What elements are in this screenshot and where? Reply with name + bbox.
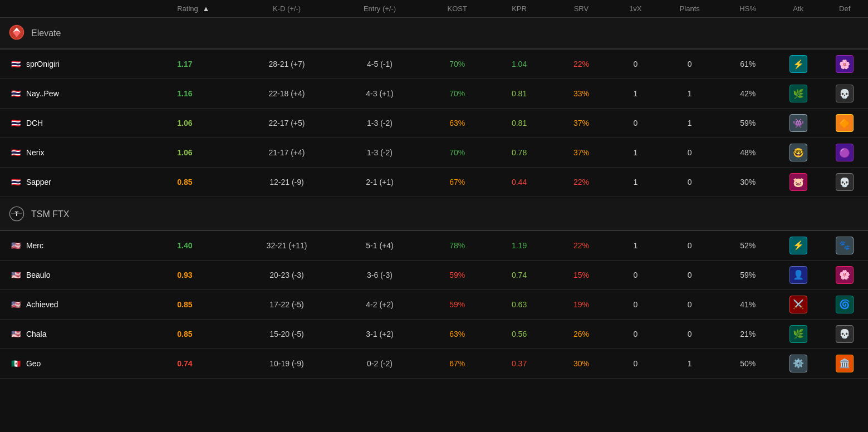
player-name-cell: 🇺🇸 Beaulo — [0, 260, 170, 289]
player-name[interactable]: Nerix — [26, 148, 45, 157]
player-1vx: 1 — [612, 138, 659, 168]
player-hs: 21% — [720, 319, 774, 348]
player-kpr: 1.04 — [488, 50, 550, 79]
col-header-srv: SRV — [550, 0, 612, 18]
table-row[interactable]: 🇺🇸 Achieved 0.85 17-22 (-5) 4-2 (+2) 59%… — [0, 289, 868, 319]
table-row[interactable]: 🇹🇭 DCH 1.06 22-17 (+5) 1-3 (-2) 63% 0.81… — [0, 109, 868, 138]
player-entry: 4-3 (+1) — [334, 79, 426, 109]
player-rating: 0.85 — [170, 289, 240, 319]
player-name-cell: 🇺🇸 Merc — [0, 231, 170, 261]
table-row[interactable]: 🇹🇭 Nerix 1.06 21-17 (+4) 1-3 (-2) 70% 0.… — [0, 138, 868, 168]
player-flag: 🇹🇭 — [11, 119, 21, 127]
player-plants: 1 — [659, 79, 720, 109]
player-rating: 1.16 — [170, 79, 240, 109]
team-name: TSM FTX — [31, 209, 69, 219]
def-agent-icon: 🟣 — [836, 144, 854, 161]
player-kost: 59% — [426, 289, 488, 319]
player-kost: 78% — [426, 231, 488, 261]
player-srv: 19% — [550, 289, 612, 319]
player-atk-agent: ⚡ — [775, 50, 822, 79]
player-plants: 0 — [659, 50, 720, 79]
player-kost: 67% — [426, 168, 488, 197]
player-hs: 42% — [720, 79, 774, 109]
player-def-agent: 💀 — [821, 319, 868, 348]
player-kpr: 0.44 — [488, 168, 550, 197]
main-container: Rating ▲ K-D (+/-) Entry (+/-) KOST KPR … — [0, 0, 868, 379]
table-row[interactable]: 🇺🇸 Merc 1.40 32-21 (+11) 5-1 (+4) 78% 1.… — [0, 231, 868, 261]
player-kpr: 0.78 — [488, 138, 550, 168]
team-name: Elevate — [31, 28, 61, 38]
player-name[interactable]: sprOnigiri — [26, 60, 60, 68]
table-row[interactable]: 🇹🇭 sprOnigiri 1.17 28-21 (+7) 4-5 (-1) 7… — [0, 50, 868, 79]
player-def-agent: 🟣 — [821, 138, 868, 168]
col-header-rating[interactable]: Rating ▲ — [170, 0, 240, 18]
table-row[interactable]: 🇲🇽 Geo 0.74 10-19 (-9) 0-2 (-2) 67% 0.37… — [0, 348, 868, 378]
player-kpr: 0.56 — [488, 319, 550, 348]
table-row[interactable]: 🇺🇸 Beaulo 0.93 20-23 (-3) 3-6 (-3) 59% 0… — [0, 260, 868, 289]
player-name[interactable]: Nay..Pew — [26, 89, 59, 98]
player-name[interactable]: Beaulo — [26, 271, 51, 279]
player-rating: 0.74 — [170, 348, 240, 378]
def-agent-icon: 💀 — [836, 85, 854, 102]
col-header-kpr: KPR — [488, 0, 550, 18]
player-srv: 15% — [550, 260, 612, 289]
player-srv: 22% — [550, 168, 612, 197]
player-name[interactable]: DCH — [26, 119, 43, 127]
player-kd: 28-21 (+7) — [240, 50, 333, 79]
player-plants: 1 — [659, 109, 720, 138]
def-agent-icon: 🏛️ — [836, 355, 854, 372]
player-entry: 4-5 (-1) — [334, 50, 426, 79]
player-def-agent: 🌸 — [821, 50, 868, 79]
col-header-kd: K-D (+/-) — [240, 0, 333, 18]
player-entry: 5-1 (+4) — [334, 231, 426, 261]
player-kpr: 1.19 — [488, 231, 550, 261]
player-srv: 37% — [550, 109, 612, 138]
table-row[interactable]: 🇹🇭 Nay..Pew 1.16 22-18 (+4) 4-3 (+1) 70%… — [0, 79, 868, 109]
atk-agent-icon: ⚡ — [789, 237, 807, 254]
player-name[interactable]: Achieved — [26, 300, 58, 309]
player-name[interactable]: Sapper — [26, 178, 51, 186]
player-name[interactable]: Merc — [26, 241, 43, 250]
col-header-name — [0, 0, 170, 18]
player-name-cell: 🇹🇭 Nay..Pew — [0, 79, 170, 109]
player-name-cell: 🇹🇭 DCH — [0, 109, 170, 138]
def-agent-icon: 🌸 — [836, 266, 854, 284]
player-entry: 2-1 (+1) — [334, 168, 426, 197]
def-agent-icon: 🌸 — [836, 55, 854, 73]
player-atk-agent: 👾 — [775, 109, 822, 138]
player-1vx: 0 — [612, 109, 659, 138]
player-flag: 🇹🇭 — [11, 148, 21, 157]
player-atk-agent: 👤 — [775, 260, 822, 289]
player-srv: 22% — [550, 50, 612, 79]
atk-agent-icon: 🌿 — [789, 325, 807, 343]
player-rating: 0.85 — [170, 319, 240, 348]
player-kost: 63% — [426, 109, 488, 138]
player-name-cell: 🇺🇸 Chala — [0, 319, 170, 348]
player-flag: 🇹🇭 — [11, 89, 21, 98]
player-flag: 🇺🇸 — [11, 300, 21, 309]
player-plants: 0 — [659, 138, 720, 168]
player-hs: 41% — [720, 289, 774, 319]
player-def-agent: 💀 — [821, 79, 868, 109]
player-name-cell: 🇹🇭 sprOnigiri — [0, 50, 170, 79]
player-hs: 48% — [720, 138, 774, 168]
player-srv: 22% — [550, 231, 612, 261]
player-def-agent: 🌀 — [821, 289, 868, 319]
player-kost: 59% — [426, 260, 488, 289]
table-row[interactable]: 🇹🇭 Sapper 0.85 12-21 (-9) 2-1 (+1) 67% 0… — [0, 168, 868, 197]
player-entry: 1-3 (-2) — [334, 138, 426, 168]
atk-agent-icon: ⚔️ — [789, 296, 807, 313]
player-kd: 22-18 (+4) — [240, 79, 333, 109]
player-name[interactable]: Chala — [26, 330, 47, 338]
player-hs: 59% — [720, 109, 774, 138]
player-1vx: 0 — [612, 260, 659, 289]
player-atk-agent: ⚡ — [775, 231, 822, 261]
player-name[interactable]: Geo — [26, 359, 41, 368]
atk-agent-icon: 🐷 — [789, 173, 807, 191]
player-plants: 0 — [659, 231, 720, 261]
player-hs: 61% — [720, 50, 774, 79]
col-header-plants: Plants — [659, 0, 720, 18]
player-1vx: 1 — [612, 231, 659, 261]
player-hs: 52% — [720, 231, 774, 261]
table-row[interactable]: 🇺🇸 Chala 0.85 15-20 (-5) 3-1 (+2) 63% 0.… — [0, 319, 868, 348]
